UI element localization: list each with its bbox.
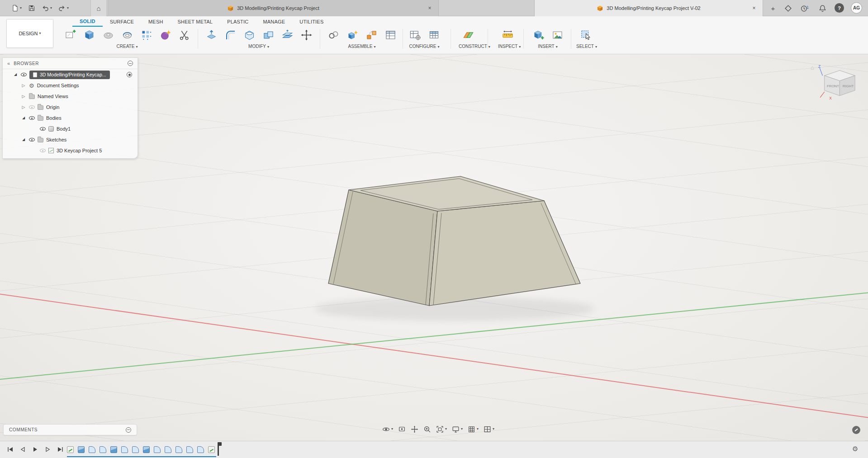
user-avatar[interactable]: AG [851,2,862,14]
pattern-button[interactable] [138,27,154,42]
group-label-configure[interactable]: CONFIGURE [409,44,436,49]
browser-row-document-settings[interactable]: ▷ ⚙ Document Settings [3,80,138,91]
construction-plane-button[interactable] [460,27,476,42]
look-at-button[interactable] [397,424,407,434]
browser-root-row[interactable]: ◢ 3D Modelling/Printing Keycap... [3,69,138,80]
step-forward-button[interactable] [43,445,52,454]
tab-utilities[interactable]: UTILITIES [292,16,331,27]
timeline-feature-fillet-icon[interactable] [197,446,204,453]
play-button[interactable] [31,445,40,454]
move-copy-button[interactable] [299,27,314,42]
tab-manage[interactable]: MANAGE [256,16,292,27]
visibility-eye-off-icon[interactable] [40,149,46,152]
create-sketch-button[interactable] [62,27,78,42]
help-button[interactable]: ? [835,3,844,13]
timeline-feature-fillet-icon[interactable] [89,446,95,453]
bom-table-button[interactable] [383,27,398,42]
minimize-panel-icon[interactable] [128,61,133,66]
collapse-triangle-icon[interactable]: ▷ [21,105,26,109]
zoom-button[interactable] [422,424,432,434]
group-label-create[interactable]: CREATE [117,44,135,49]
timeline-feature-fillet-icon[interactable] [175,446,182,453]
insert-derive-button[interactable] [531,27,546,42]
tab-sheet-metal[interactable]: SHEET METAL [171,16,220,27]
close-tab-icon[interactable]: × [426,4,434,12]
combine-button[interactable] [261,27,276,42]
close-tab-icon[interactable]: × [750,4,758,12]
revolve-button[interactable] [100,27,116,42]
offset-face-button[interactable] [280,27,295,42]
grid-settings-button[interactable]: ▾ [466,424,480,434]
settings-gear-icon[interactable]: ⚙ [852,445,858,453]
timeline-feature-fillet-icon[interactable] [100,446,106,453]
group-label-construct[interactable]: CONSTRUCT [459,44,487,49]
feedback-bubble-icon[interactable] [852,426,860,434]
shell-button[interactable] [242,27,257,42]
pan-button[interactable] [409,424,420,434]
group-label-assemble[interactable]: ASSEMBLE [348,44,373,49]
collapse-triangle-icon[interactable]: ▷ [21,94,26,99]
visibility-eye-icon[interactable] [40,127,46,131]
browser-row-sketches[interactable]: ◢ Sketches [3,134,138,145]
display-settings-button[interactable]: ▾ [451,424,464,434]
browser-row-named-views[interactable]: ▷ Named Views [3,91,138,102]
timeline-feature-sketch-icon[interactable] [208,446,215,453]
browser-row-origin[interactable]: ▷ Origin [3,102,138,113]
timeline-feature-fillet-icon[interactable] [121,446,128,453]
tab-plastic[interactable]: PLASTIC [220,16,256,27]
keycap-right-face[interactable] [429,201,580,306]
file-menu-button[interactable]: ▾ [9,2,24,14]
root-component-pill[interactable]: 3D Modelling/Printing Keycap... [29,71,110,79]
minimize-panel-icon[interactable] [126,427,131,433]
timeline-feature-extrude-icon[interactable] [110,446,117,453]
doc-tab-keycap-project-v02[interactable]: 3D Modelling/Printing Keycap Project V-0… [534,0,763,16]
timeline-feature-sketch-icon[interactable] [67,446,74,453]
expand-triangle-icon[interactable]: ◢ [13,73,18,76]
doc-tab-keycap-project[interactable]: 3D Modelling/Printing Keycap Project × [108,0,439,16]
job-status-button[interactable]: 1 [798,3,809,13]
timeline-feature-fillet-icon[interactable] [154,446,161,453]
configurations-button[interactable] [426,27,441,42]
tab-mesh[interactable]: MESH [141,16,171,27]
notifications-button[interactable] [817,3,828,13]
app-grid-button[interactable] [3,2,7,14]
select-button[interactable] [578,27,593,42]
create-form-button[interactable] [157,27,173,42]
group-label-modify[interactable]: MODIFY [248,44,266,49]
configuration-table-button[interactable] [407,27,422,42]
activate-component-radio[interactable] [127,72,132,77]
timeline-feature-fillet-icon[interactable] [165,446,171,453]
go-to-end-button[interactable] [56,445,65,454]
fit-button[interactable]: ▾ [435,424,448,434]
collapse-panel-icon[interactable]: « [7,61,10,66]
view-cube[interactable]: ⌂ Z FRONT RIGHT X [818,64,863,113]
browser-row-body1[interactable]: Body1 [3,123,138,134]
joint-origin-button[interactable] [364,27,379,42]
timeline-feature-fillet-icon[interactable] [186,446,193,453]
extrude-button[interactable] [81,27,97,42]
group-label-inspect[interactable]: INSPECT [498,44,517,49]
measure-button[interactable] [500,27,515,42]
redo-button[interactable]: ▾ [56,2,71,14]
group-label-select[interactable]: SELECT [576,44,594,49]
workspace-selector[interactable]: DESIGN ▾ [6,19,53,48]
new-tab-button[interactable]: + [768,3,778,13]
timeline-feature-fillet-icon[interactable] [132,446,139,453]
visibility-eye-icon[interactable] [29,116,35,120]
comments-panel[interactable]: COMMENTS [3,424,137,435]
extensions-button[interactable] [783,3,793,13]
expand-triangle-icon[interactable]: ◢ [21,138,26,142]
home-tab[interactable]: ⌂ [90,0,107,16]
expand-triangle-icon[interactable]: ◢ [21,116,26,120]
browser-row-bodies[interactable]: ◢ Bodies [3,113,138,123]
view-cube-graphic[interactable]: Z FRONT RIGHT X [818,64,863,109]
split-body-button[interactable] [176,27,192,42]
torus-button[interactable] [119,27,135,42]
group-label-insert[interactable]: INSERT [538,44,555,49]
timeline-feature-extrude-icon[interactable] [78,446,85,453]
viewports-button[interactable]: ▾ [482,424,496,434]
tab-solid[interactable]: SOLID [72,16,103,27]
timeline-position-marker[interactable] [218,443,219,456]
undo-button[interactable]: ▾ [39,2,54,14]
insert-canvas-button[interactable] [550,27,565,42]
